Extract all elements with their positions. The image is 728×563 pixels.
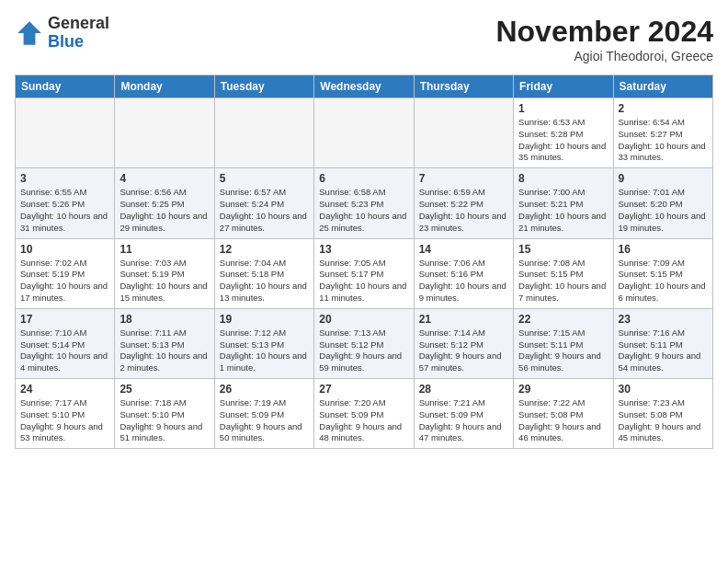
- day-number: 29: [518, 383, 608, 396]
- day-info: Sunrise: 6:55 AM Sunset: 5:26 PM Dayligh…: [20, 187, 109, 234]
- table-row: 26Sunrise: 7:19 AM Sunset: 5:09 PM Dayli…: [214, 379, 313, 449]
- table-row: 25Sunrise: 7:18 AM Sunset: 5:10 PM Dayli…: [115, 379, 214, 449]
- day-number: 14: [419, 243, 508, 256]
- day-info: Sunrise: 7:21 AM Sunset: 5:09 PM Dayligh…: [419, 397, 508, 444]
- day-number: 9: [619, 172, 708, 185]
- table-row: 5Sunrise: 6:57 AM Sunset: 5:24 PM Daylig…: [214, 168, 313, 238]
- table-row: 4Sunrise: 6:56 AM Sunset: 5:25 PM Daylig…: [115, 168, 214, 238]
- table-row: 12Sunrise: 7:04 AM Sunset: 5:18 PM Dayli…: [214, 238, 313, 308]
- table-row: 27Sunrise: 7:20 AM Sunset: 5:09 PM Dayli…: [314, 379, 414, 449]
- table-row: [414, 98, 513, 168]
- day-number: 24: [20, 383, 109, 396]
- table-row: [214, 98, 313, 168]
- day-info: Sunrise: 7:14 AM Sunset: 5:12 PM Dayligh…: [419, 327, 508, 374]
- table-row: 14Sunrise: 7:06 AM Sunset: 5:16 PM Dayli…: [414, 238, 513, 308]
- table-row: [314, 98, 414, 168]
- logo-icon: [15, 18, 44, 48]
- day-number: 3: [20, 172, 109, 185]
- day-info: Sunrise: 7:02 AM Sunset: 5:19 PM Dayligh…: [20, 258, 109, 304]
- table-row: [115, 98, 214, 168]
- col-saturday: Saturday: [613, 75, 712, 98]
- day-number: 28: [419, 383, 508, 396]
- day-number: 11: [119, 243, 209, 256]
- table-row: 18Sunrise: 7:11 AM Sunset: 5:13 PM Dayli…: [115, 308, 214, 378]
- table-row: 22Sunrise: 7:15 AM Sunset: 5:11 PM Dayli…: [514, 308, 613, 378]
- day-info: Sunrise: 6:57 AM Sunset: 5:24 PM Dayligh…: [220, 187, 309, 234]
- day-info: Sunrise: 6:56 AM Sunset: 5:25 PM Dayligh…: [119, 187, 209, 234]
- table-row: 13Sunrise: 7:05 AM Sunset: 5:17 PM Dayli…: [314, 238, 414, 308]
- day-info: Sunrise: 7:17 AM Sunset: 5:10 PM Dayligh…: [20, 397, 109, 444]
- day-number: 19: [220, 313, 309, 326]
- svg-marker-0: [17, 21, 41, 45]
- calendar-header-row: Sunday Monday Tuesday Wednesday Thursday…: [16, 75, 713, 98]
- table-row: 28Sunrise: 7:21 AM Sunset: 5:09 PM Dayli…: [414, 379, 513, 449]
- day-info: Sunrise: 7:06 AM Sunset: 5:16 PM Dayligh…: [419, 258, 508, 304]
- day-info: Sunrise: 7:10 AM Sunset: 5:14 PM Dayligh…: [20, 327, 109, 374]
- day-info: Sunrise: 7:01 AM Sunset: 5:20 PM Dayligh…: [619, 187, 708, 234]
- day-number: 1: [518, 102, 608, 115]
- col-sunday: Sunday: [16, 75, 115, 98]
- day-number: 13: [319, 243, 408, 256]
- table-row: 7Sunrise: 6:59 AM Sunset: 5:22 PM Daylig…: [414, 168, 513, 238]
- title-block: November 2024 Agioi Theodoroi, Greece: [495, 15, 713, 63]
- day-number: 25: [119, 383, 209, 396]
- day-number: 15: [518, 243, 608, 256]
- table-row: 10Sunrise: 7:02 AM Sunset: 5:19 PM Dayli…: [16, 238, 115, 308]
- col-tuesday: Tuesday: [214, 75, 313, 98]
- table-row: 24Sunrise: 7:17 AM Sunset: 5:10 PM Dayli…: [16, 379, 115, 449]
- month-year-title: November 2024: [495, 15, 713, 49]
- day-number: 6: [319, 172, 408, 185]
- day-number: 12: [220, 243, 309, 256]
- day-number: 22: [518, 313, 608, 326]
- day-info: Sunrise: 7:15 AM Sunset: 5:11 PM Dayligh…: [518, 327, 608, 374]
- col-monday: Monday: [115, 75, 214, 98]
- logo-blue-text: Blue: [48, 32, 84, 51]
- table-row: 17Sunrise: 7:10 AM Sunset: 5:14 PM Dayli…: [16, 308, 115, 378]
- day-info: Sunrise: 7:05 AM Sunset: 5:17 PM Dayligh…: [319, 258, 408, 304]
- day-number: 4: [119, 172, 209, 185]
- day-info: Sunrise: 7:18 AM Sunset: 5:10 PM Dayligh…: [119, 397, 209, 444]
- day-info: Sunrise: 6:54 AM Sunset: 5:27 PM Dayligh…: [619, 117, 708, 164]
- table-row: 19Sunrise: 7:12 AM Sunset: 5:13 PM Dayli…: [214, 308, 313, 378]
- table-row: 21Sunrise: 7:14 AM Sunset: 5:12 PM Dayli…: [414, 308, 513, 378]
- day-number: 30: [619, 383, 708, 396]
- table-row: 8Sunrise: 7:00 AM Sunset: 5:21 PM Daylig…: [514, 168, 613, 238]
- calendar-table: Sunday Monday Tuesday Wednesday Thursday…: [15, 75, 713, 449]
- table-row: [16, 98, 115, 168]
- day-info: Sunrise: 7:04 AM Sunset: 5:18 PM Dayligh…: [220, 258, 309, 304]
- day-info: Sunrise: 7:09 AM Sunset: 5:15 PM Dayligh…: [619, 258, 708, 304]
- table-row: 16Sunrise: 7:09 AM Sunset: 5:15 PM Dayli…: [613, 238, 712, 308]
- day-number: 17: [20, 313, 109, 326]
- day-info: Sunrise: 7:08 AM Sunset: 5:15 PM Dayligh…: [518, 258, 608, 304]
- day-number: 10: [20, 243, 109, 256]
- calendar-week-4: 17Sunrise: 7:10 AM Sunset: 5:14 PM Dayli…: [16, 308, 713, 378]
- col-friday: Friday: [514, 75, 613, 98]
- day-number: 16: [619, 243, 708, 256]
- day-number: 27: [319, 383, 408, 396]
- day-number: 2: [619, 102, 708, 115]
- table-row: 23Sunrise: 7:16 AM Sunset: 5:11 PM Dayli…: [613, 308, 712, 378]
- logo-general-text: General: [48, 14, 109, 32]
- day-info: Sunrise: 7:13 AM Sunset: 5:12 PM Dayligh…: [319, 327, 408, 374]
- day-number: 18: [119, 313, 209, 326]
- day-info: Sunrise: 7:12 AM Sunset: 5:13 PM Dayligh…: [220, 327, 309, 374]
- day-number: 8: [518, 172, 608, 185]
- day-info: Sunrise: 6:53 AM Sunset: 5:28 PM Dayligh…: [518, 117, 608, 164]
- day-info: Sunrise: 7:00 AM Sunset: 5:21 PM Dayligh…: [518, 187, 608, 234]
- day-number: 20: [319, 313, 408, 326]
- calendar-week-1: 1Sunrise: 6:53 AM Sunset: 5:28 PM Daylig…: [16, 98, 713, 168]
- col-wednesday: Wednesday: [314, 75, 414, 98]
- location-subtitle: Agioi Theodoroi, Greece: [495, 49, 713, 63]
- day-info: Sunrise: 6:59 AM Sunset: 5:22 PM Dayligh…: [419, 187, 508, 234]
- calendar-week-5: 24Sunrise: 7:17 AM Sunset: 5:10 PM Dayli…: [16, 379, 713, 449]
- table-row: 3Sunrise: 6:55 AM Sunset: 5:26 PM Daylig…: [16, 168, 115, 238]
- day-info: Sunrise: 7:22 AM Sunset: 5:08 PM Dayligh…: [518, 397, 608, 444]
- day-info: Sunrise: 6:58 AM Sunset: 5:23 PM Dayligh…: [319, 187, 408, 234]
- table-row: 9Sunrise: 7:01 AM Sunset: 5:20 PM Daylig…: [613, 168, 712, 238]
- day-number: 21: [419, 313, 508, 326]
- day-number: 7: [419, 172, 508, 185]
- day-number: 5: [220, 172, 309, 185]
- table-row: 29Sunrise: 7:22 AM Sunset: 5:08 PM Dayli…: [514, 379, 613, 449]
- day-info: Sunrise: 7:23 AM Sunset: 5:08 PM Dayligh…: [619, 397, 708, 444]
- table-row: 30Sunrise: 7:23 AM Sunset: 5:08 PM Dayli…: [613, 379, 712, 449]
